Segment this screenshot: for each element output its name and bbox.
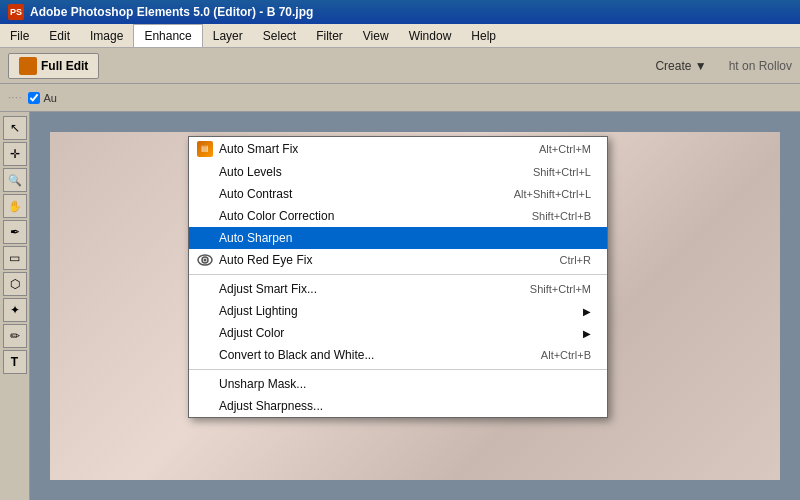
tool-move[interactable]: ✛ <box>3 142 27 166</box>
auto-contrast-label: Auto Contrast <box>197 187 292 201</box>
menu-view[interactable]: View <box>353 24 399 47</box>
menu-window[interactable]: Window <box>399 24 462 47</box>
submenu-arrow-lighting: ▶ <box>583 306 591 317</box>
tool-hand[interactable]: ✋ <box>3 194 27 218</box>
auto-sharpen-label: Auto Sharpen <box>197 231 292 245</box>
tool-brush[interactable]: ✏ <box>3 324 27 348</box>
menu-item-adjust-sharpness[interactable]: Adjust Sharpness... <box>189 395 607 417</box>
full-edit-button[interactable]: Full Edit <box>8 53 99 79</box>
adjust-color-label: Adjust Color <box>197 326 284 340</box>
tool-zoom[interactable]: 🔍 <box>3 168 27 192</box>
title-text: Adobe Photoshop Elements 5.0 (Editor) - … <box>30 5 313 19</box>
enhance-dropdown-menu: ▤ Auto Smart Fix Alt+Ctrl+M Auto Levels … <box>188 136 608 418</box>
create-button[interactable]: Create ▼ <box>655 59 706 73</box>
menu-edit[interactable]: Edit <box>39 24 80 47</box>
tool-text[interactable]: T <box>3 350 27 374</box>
toolbar-dots: · · · · <box>8 92 20 103</box>
menu-item-auto-levels[interactable]: Auto Levels Shift+Ctrl+L <box>189 161 607 183</box>
menu-image[interactable]: Image <box>80 24 133 47</box>
secondary-toolbar: · · · · Au <box>0 84 800 112</box>
svg-point-2 <box>204 259 207 262</box>
tool-magic-wand[interactable]: ✦ <box>3 298 27 322</box>
main-area: ↖ ✛ 🔍 ✋ ✒ ▭ ⬡ ✦ ✏ T ▤ Auto Smart Fix Alt… <box>0 112 800 500</box>
submenu-arrow-color: ▶ <box>583 328 591 339</box>
menu-item-auto-color-correction[interactable]: Auto Color Correction Shift+Ctrl+B <box>189 205 607 227</box>
separator-1 <box>189 274 607 275</box>
separator-2 <box>189 369 607 370</box>
menu-item-adjust-lighting[interactable]: Adjust Lighting ▶ <box>189 300 607 322</box>
adjust-lighting-label: Adjust Lighting <box>197 304 298 318</box>
tool-eyedropper[interactable]: ✒ <box>3 220 27 244</box>
eye-icon <box>197 254 213 266</box>
title-bar: PS Adobe Photoshop Elements 5.0 (Editor)… <box>0 0 800 24</box>
auto-check-input[interactable] <box>28 92 40 104</box>
main-toolbar: Full Edit Create ▼ ht on Rollov <box>0 48 800 84</box>
left-toolbar: ↖ ✛ 🔍 ✋ ✒ ▭ ⬡ ✦ ✏ T <box>0 112 30 500</box>
adjust-smart-fix-label: Adjust Smart Fix... <box>197 282 317 296</box>
menu-select[interactable]: Select <box>253 24 306 47</box>
tool-marquee[interactable]: ▭ <box>3 246 27 270</box>
menu-item-auto-smart-fix[interactable]: ▤ Auto Smart Fix Alt+Ctrl+M <box>189 137 607 161</box>
menu-item-adjust-color[interactable]: Adjust Color ▶ <box>189 322 607 344</box>
menu-item-convert-bw[interactable]: Convert to Black and White... Alt+Ctrl+B <box>189 344 607 366</box>
tool-arrow[interactable]: ↖ <box>3 116 27 140</box>
auto-color-correction-label: Auto Color Correction <box>197 209 334 223</box>
menu-file[interactable]: File <box>0 24 39 47</box>
auto-check-label: Au <box>43 92 56 104</box>
menu-bar: File Edit Image Enhance Layer Select Fil… <box>0 24 800 48</box>
menu-item-adjust-smart-fix[interactable]: Adjust Smart Fix... Shift+Ctrl+M <box>189 278 607 300</box>
rollover-label: ht on Rollov <box>729 59 792 73</box>
menu-item-auto-sharpen[interactable]: Auto Sharpen <box>189 227 607 249</box>
unsharp-mask-label: Unsharp Mask... <box>197 377 306 391</box>
auto-red-eye-label: Auto Red Eye Fix <box>197 253 312 267</box>
full-edit-icon <box>19 57 37 75</box>
menu-item-unsharp-mask[interactable]: Unsharp Mask... <box>189 373 607 395</box>
full-edit-label: Full Edit <box>41 59 88 73</box>
menu-layer[interactable]: Layer <box>203 24 253 47</box>
auto-smart-fix-label: ▤ Auto Smart Fix <box>197 141 298 157</box>
menu-filter[interactable]: Filter <box>306 24 353 47</box>
tool-lasso[interactable]: ⬡ <box>3 272 27 296</box>
convert-bw-label: Convert to Black and White... <box>197 348 374 362</box>
app-icon: PS <box>8 4 24 20</box>
auto-smart-fix-icon: ▤ <box>197 141 213 157</box>
auto-levels-label: Auto Levels <box>197 165 282 179</box>
menu-enhance[interactable]: Enhance <box>133 24 202 47</box>
adjust-sharpness-label: Adjust Sharpness... <box>197 399 323 413</box>
auto-checkbox[interactable]: Au <box>28 92 56 104</box>
menu-item-auto-red-eye[interactable]: Auto Red Eye Fix Ctrl+R <box>189 249 607 271</box>
menu-item-auto-contrast[interactable]: Auto Contrast Alt+Shift+Ctrl+L <box>189 183 607 205</box>
menu-help[interactable]: Help <box>461 24 506 47</box>
